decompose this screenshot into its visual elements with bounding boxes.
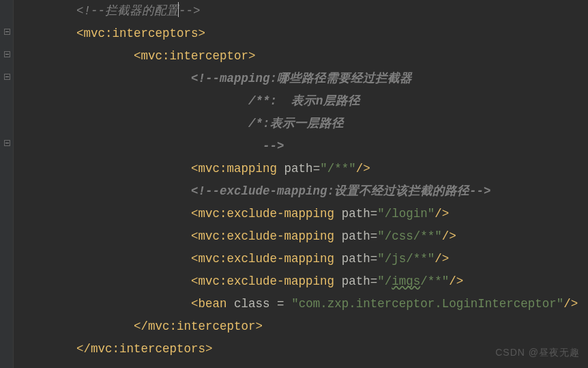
code-line[interactable]: <mvc:mapping path="/**"/> [19,158,588,180]
code-line[interactable]: <!--拦截器的配置--> [19,0,588,23]
code-line[interactable]: <mvc:exclude-mapping path="/login"/> [19,203,588,225]
code-line[interactable]: <mvc:exclude-mapping path="/css/**"/> [19,225,588,248]
watermark-text: CSDN @昼夜无趣 [495,341,580,364]
code-line[interactable]: <!--mapping:哪些路径需要经过拦截器 [19,68,588,90]
code-line[interactable]: </mvc:interceptor> [19,315,588,338]
code-line[interactable]: <mvc:exclude-mapping path="/imgs/**"/> [19,270,588,293]
code-line[interactable]: --> [19,135,588,158]
code-editor-area[interactable]: <!--拦截器的配置--> <mvc:interceptors> <mvc:in… [19,0,588,360]
code-line[interactable]: <mvc:interceptor> [19,45,588,68]
code-line[interactable]: /**: 表示n层路径 [19,90,588,113]
code-line[interactable]: <mvc:exclude-mapping path="/js/**"/> [19,248,588,270]
gutter [0,0,14,368]
code-line[interactable]: <!--exclude-mapping:设置不经过该拦截的路径--> [19,180,588,203]
code-line[interactable]: /*:表示一层路径 [19,113,588,135]
fold-marker[interactable] [4,29,10,35]
fold-marker[interactable] [4,74,10,80]
code-line[interactable]: <bean class = "com.zxp.interceptor.Login… [19,293,588,315]
fold-marker[interactable] [4,140,10,146]
code-line[interactable]: <mvc:interceptors> [19,23,588,45]
fold-marker[interactable] [4,51,10,57]
